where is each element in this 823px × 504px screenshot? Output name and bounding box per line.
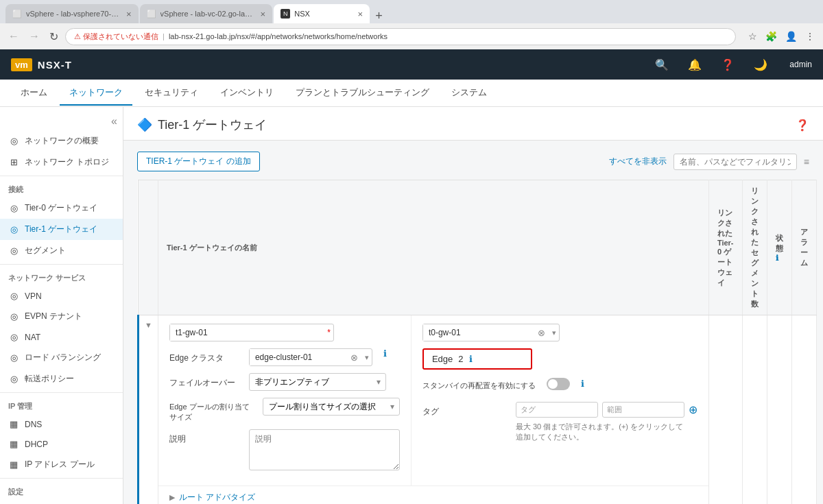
nav-system[interactable]: システム — [442, 81, 497, 106]
profile-icon[interactable]: 👤 — [783, 29, 800, 43]
add-tier1-gateway-button[interactable]: TIER-1 ゲートウェイ の追加 — [137, 152, 260, 171]
url-text: lab-nsx-21.go-lab.jp/nsx/#/app/networks/… — [169, 32, 387, 40]
nav-security[interactable]: セキュリティ — [135, 81, 208, 106]
tier0-input-wrapper[interactable]: ⊗ ▾ — [422, 324, 560, 341]
sidebar-item-load-balancing[interactable]: ◎ ロード バランシング — [0, 347, 123, 368]
description-textarea[interactable] — [249, 429, 400, 470]
sidebar-item-ip-pool[interactable]: ▦ IP アドレス プール — [0, 454, 123, 475]
theme-icon[interactable]: 🌙 — [751, 56, 770, 74]
row-expand-cell[interactable]: ▼ — [139, 315, 158, 505]
network-topology-icon: ⊞ — [8, 157, 19, 167]
page-header: 🔷 Tier-1 ゲートウェイ ❓ — [123, 107, 823, 141]
tag-row: タグ タグ 範囲 — [422, 402, 697, 442]
tab-vsphere1[interactable]: ⬜ vSphere - lab-vsphere70-02-ns... × — [5, 4, 139, 23]
tier0-clear-button[interactable]: ⊗ — [534, 328, 549, 338]
range-input-wrapper[interactable]: 範囲 — [602, 402, 684, 418]
form-container: * Edge クラスタ ⊗ — [158, 315, 708, 485]
gateway-name-input-wrapper[interactable]: * — [169, 324, 334, 341]
sidebar-item-segments[interactable]: ◎ セグメント — [0, 240, 123, 261]
tab-close-3[interactable]: × — [358, 9, 363, 19]
sidebar-label-tier1-gateway: Tier-1 ゲートウェイ — [25, 224, 97, 235]
segments-icon: ◎ — [8, 245, 19, 256]
failover-select[interactable]: 非プリエンプティブ — [249, 373, 386, 391]
pool-size-select-wrapper[interactable]: プール割り当てサイズの選択 — [263, 398, 400, 416]
forward-button[interactable]: → — [26, 29, 43, 44]
tab-favicon-3: N — [281, 9, 290, 19]
sidebar-label-dhcp: DHCP — [25, 440, 48, 449]
sidebar-item-network-overview[interactable]: ◎ ネットワークの概要 — [0, 130, 123, 152]
nav-network[interactable]: ネットワーク — [60, 81, 132, 106]
edge-cluster-input[interactable] — [250, 349, 346, 365]
sidebar-label-tier0-gateway: Tier-0 ゲートウェイ — [25, 202, 97, 214]
failover-label: フェイルオーバー — [169, 373, 238, 389]
page-help-icon[interactable]: ❓ — [796, 119, 809, 132]
sidebar-label-load-balancing: ロード バランシング — [25, 352, 101, 363]
pool-size-select[interactable]: プール割り当てサイズの選択 — [263, 398, 400, 416]
tab-close-2[interactable]: × — [261, 9, 266, 19]
standby-label: スタンバイの再配置を有効にする — [422, 376, 536, 391]
sidebar-item-nat[interactable]: ◎ NAT — [0, 327, 123, 347]
user-menu[interactable]: admin — [789, 60, 812, 69]
app-body: « ◎ ネットワークの概要 ⊞ ネットワーク トポロジ 接続 ◎ Tier-0 … — [0, 107, 823, 504]
edge-cluster-clear-button[interactable]: ⊗ — [346, 352, 362, 363]
edge-info-icon[interactable]: ℹ — [469, 354, 473, 364]
menu-icon[interactable]: ⋮ — [802, 29, 818, 43]
edge-cluster-label: Edge クラスタ — [169, 348, 238, 364]
sidebar-item-vpn[interactable]: ◎ VPN — [0, 286, 123, 306]
edge-cluster-dropdown-button[interactable]: ▾ — [362, 353, 372, 362]
route-section-toggle[interactable]: ▶ ルート アドバタイズ — [158, 485, 708, 504]
tab-favicon-1: ⬜ — [12, 10, 22, 19]
tab-label-2: vSphere - lab-vc-02.go-lab.jp -... — [160, 10, 257, 18]
filter-input[interactable] — [673, 154, 797, 170]
sidebar-item-tier1-gateway[interactable]: ◎ Tier-1 ゲートウェイ — [0, 219, 123, 240]
failover-select-wrapper[interactable]: 非プリエンプティブ — [249, 373, 386, 391]
tier0-input[interactable] — [423, 324, 534, 341]
tier0-dropdown-button[interactable]: ▾ — [549, 328, 559, 337]
sidebar-item-global-network[interactable]: ◎ グローバル ネットワーク... — [0, 500, 123, 504]
sidebar-item-evpn[interactable]: ◎ EVPN テナント — [0, 306, 123, 327]
help-header-icon[interactable]: ❓ — [718, 56, 737, 74]
nav-home[interactable]: ホーム — [11, 81, 57, 106]
row-tier0-cell — [708, 315, 742, 505]
back-button[interactable]: ← — [5, 29, 22, 44]
filter-icon[interactable]: ≡ — [804, 156, 809, 167]
edge-cluster-input-wrapper[interactable]: ⊗ ▾ — [249, 348, 372, 366]
gateway-name-input[interactable] — [170, 324, 327, 341]
sidebar-section-network-services: ネットワーク サービス — [0, 267, 123, 286]
nav-plan[interactable]: プランとトラブルシューティング — [286, 81, 439, 106]
notification-icon[interactable]: 🔔 — [685, 56, 704, 74]
url-box[interactable]: ⚠ 保護されていない通信 | lab-nsx-21.go-lab.jp/nsx/… — [65, 28, 736, 45]
search-icon[interactable]: 🔍 — [652, 56, 671, 74]
url-separator: | — [163, 32, 165, 40]
sidebar-item-dns[interactable]: ▦ DNS — [0, 414, 123, 434]
sidebar-label-evpn: EVPN テナント — [25, 311, 82, 322]
tab-nsx[interactable]: N NSX × — [274, 4, 370, 23]
standby-toggle[interactable] — [547, 378, 570, 390]
form-right-col: ⊗ ▾ Edge 2 ℹ — [411, 315, 708, 485]
nav-inventory[interactable]: インベントリ — [211, 81, 283, 106]
hide-all-link[interactable]: すべてを非表示 — [609, 156, 667, 167]
collapse-sidebar-button[interactable]: « — [111, 115, 117, 128]
sidebar-item-tier0-gateway[interactable]: ◎ Tier-0 ゲートウェイ — [0, 197, 123, 219]
toolbar-right: すべてを非表示 ≡ — [609, 154, 809, 170]
extensions-icon[interactable]: 🧩 — [763, 29, 780, 43]
sidebar-item-network-topology[interactable]: ⊞ ネットワーク トポロジ — [0, 152, 123, 173]
standby-info-icon[interactable]: ℹ — [581, 379, 584, 389]
route-section-label: ルート アドバタイズ — [179, 492, 255, 503]
sidebar-item-dhcp[interactable]: ▦ DHCP — [0, 434, 123, 454]
new-tab-button[interactable]: + — [371, 9, 387, 23]
route-toggle-arrow: ▶ — [169, 493, 175, 502]
tag-add-button[interactable]: ⊕ — [689, 403, 697, 416]
tab-vsphere2[interactable]: ⬜ vSphere - lab-vc-02.go-lab.jp -... × — [140, 4, 273, 23]
tag-input-wrapper[interactable]: タグ — [516, 402, 598, 418]
row-name-cell: * Edge クラスタ ⊗ — [158, 315, 708, 505]
bookmark-icon[interactable]: ☆ — [746, 29, 760, 43]
edge-cluster-info-icon[interactable]: ℹ — [383, 348, 387, 359]
network-overview-icon: ◎ — [8, 136, 19, 146]
sidebar-collapse: « — [0, 112, 123, 130]
table-row-t1gw01[interactable]: ▼ * — [139, 315, 817, 505]
evpn-icon: ◎ — [8, 311, 19, 322]
tab-close-1[interactable]: × — [126, 9, 132, 19]
sidebar-item-transfer-policy[interactable]: ◎ 転送ポリシー — [0, 368, 123, 389]
refresh-button[interactable]: ↻ — [47, 29, 61, 45]
